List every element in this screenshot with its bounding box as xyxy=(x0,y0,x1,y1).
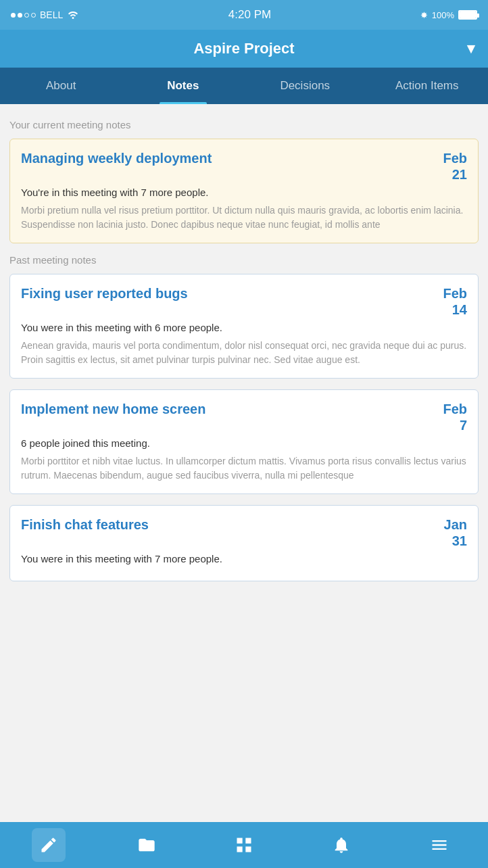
carrier-label: BELL xyxy=(40,9,63,20)
past-card-1-title: Fixing user reported bugs xyxy=(21,285,435,302)
past-card-2-body: Morbi porttitor et nibh vitae luctus. In… xyxy=(21,454,467,483)
status-bar-left: BELL xyxy=(11,9,79,21)
grid-nav-button[interactable] xyxy=(227,828,261,862)
tab-decisions[interactable]: Decisions xyxy=(244,68,366,104)
folder-nav-button[interactable] xyxy=(130,828,164,862)
bottom-nav xyxy=(0,822,488,868)
past-section-label: Past meeting notes xyxy=(9,254,479,266)
current-card-date: Feb 21 xyxy=(443,150,467,183)
past-card-1-date: Feb 14 xyxy=(443,285,467,318)
past-card-2-date: Feb 7 xyxy=(443,401,467,433)
battery-icon xyxy=(458,10,477,20)
dropdown-chevron-icon[interactable]: ▾ xyxy=(467,40,474,57)
past-card-3-title: Finish chat features xyxy=(21,516,436,533)
card-header: Finish chat features Jan 31 xyxy=(21,516,467,549)
app-title: Aspire Project xyxy=(193,40,294,57)
past-card-3-date: Jan 31 xyxy=(444,516,467,549)
current-section-label: Your current meeting notes xyxy=(9,119,479,130)
wifi-icon xyxy=(67,9,79,21)
card-header: Implement new home screen Feb 7 xyxy=(21,401,467,433)
past-card-1-body: Aenean gravida, mauris vel porta condime… xyxy=(21,339,467,367)
past-meeting-card-3[interactable]: Finish chat features Jan 31 You were in … xyxy=(9,505,479,581)
edit-nav-button[interactable] xyxy=(32,828,66,862)
past-card-2-subtitle: 6 people joined this meeting. xyxy=(21,437,467,449)
current-card-body: Morbi pretium nulla vel risus pretium po… xyxy=(21,203,467,232)
battery-label: 100% xyxy=(432,10,454,20)
current-meeting-card[interactable]: Managing weekly deployment Feb 21 You're… xyxy=(9,139,479,243)
notifications-nav-button[interactable] xyxy=(324,828,358,862)
main-content: Your current meeting notes Managing week… xyxy=(0,104,488,822)
tab-about[interactable]: About xyxy=(0,68,122,104)
status-time: 4:20 PM xyxy=(228,8,271,22)
past-card-1-subtitle: You were in this meeting with 6 more peo… xyxy=(21,322,467,333)
past-card-2-title: Implement new home screen xyxy=(21,401,435,418)
app-header: Aspire Project ▾ xyxy=(0,30,488,68)
card-header: Fixing user reported bugs Feb 14 xyxy=(21,285,467,318)
past-card-3-subtitle: You were in this meeting with 7 more peo… xyxy=(21,553,467,564)
past-meeting-card-2[interactable]: Implement new home screen Feb 7 6 people… xyxy=(9,389,479,494)
tab-notes[interactable]: Notes xyxy=(122,68,245,104)
current-card-title: Managing weekly deployment xyxy=(21,150,435,167)
tab-action-items[interactable]: Action Items xyxy=(366,68,489,104)
bluetooth-icon: ✸ xyxy=(420,10,428,20)
status-bar-right: ✸ 100% xyxy=(420,10,477,20)
menu-nav-button[interactable] xyxy=(422,828,456,862)
card-header: Managing weekly deployment Feb 21 xyxy=(21,150,467,183)
status-bar: BELL 4:20 PM ✸ 100% xyxy=(0,0,488,30)
signal-icon xyxy=(11,13,36,18)
past-meeting-card-1[interactable]: Fixing user reported bugs Feb 14 You wer… xyxy=(9,274,479,379)
tab-bar: About Notes Decisions Action Items xyxy=(0,68,488,104)
current-card-subtitle: You're in this meeting with 7 more peopl… xyxy=(21,187,467,198)
